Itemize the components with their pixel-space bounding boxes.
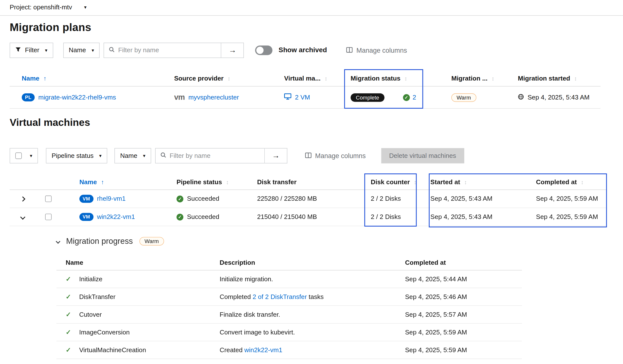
migration-progress-header[interactable]: Migration progress Warm bbox=[56, 237, 607, 246]
sort-icon[interactable]: ↕ bbox=[228, 75, 230, 82]
steps-col-completed-at: Completed at bbox=[396, 256, 522, 270]
migration-plans-section: Migration plans Filter ▾ Name ▾ → bbox=[0, 21, 623, 109]
project-selector[interactable]: Project: openshift-mtv ▾ bbox=[0, 0, 623, 16]
pipeline-status-dropdown[interactable]: Pipeline status ▾ bbox=[46, 148, 107, 163]
chevron-down-icon[interactable] bbox=[20, 214, 25, 220]
chevron-right-icon[interactable] bbox=[20, 196, 25, 202]
row-checkbox[interactable] bbox=[45, 196, 52, 202]
plans-manage-columns-button[interactable]: Manage columns bbox=[346, 46, 407, 54]
vms-name-filter-label: Name bbox=[120, 152, 137, 159]
check-icon: ✓ bbox=[66, 275, 71, 283]
plan-vm-count-link[interactable]: 2 VM bbox=[295, 94, 310, 101]
vm-pipeline-status-cell: ✓ Succeeded bbox=[170, 190, 251, 207]
delete-virtual-machines-button[interactable]: Delete virtual machines bbox=[381, 148, 464, 163]
step-description: Convert image to kubevirt. bbox=[210, 324, 396, 341]
vm-name-link[interactable]: win2k22-vm1 bbox=[97, 213, 135, 221]
plan-source-provider-cell: vm myvspherecluster bbox=[162, 86, 272, 108]
globe-icon bbox=[518, 94, 524, 101]
name-filter-dropdown[interactable]: Name ▾ bbox=[63, 43, 100, 58]
vms-col-completed-at[interactable]: Completed at↕ bbox=[530, 175, 607, 190]
vm-name-link[interactable]: rhel9-vm1 bbox=[97, 195, 126, 202]
chevron-down-icon: ▾ bbox=[84, 5, 87, 10]
step-description-link[interactable]: 2 of 2 DiskTransfer bbox=[253, 293, 307, 300]
plans-col-migration-type[interactable]: Migration ...↕ bbox=[439, 71, 506, 86]
chevron-down-icon: ▾ bbox=[99, 153, 102, 158]
vm-completed-at-cell: Sep 4, 2025, 5:59 AM bbox=[530, 190, 607, 207]
filter-dropdown-label: Filter bbox=[25, 47, 39, 54]
vms-search-box bbox=[155, 148, 265, 163]
sort-asc-icon[interactable]: ↑ bbox=[101, 179, 104, 185]
sort-icon[interactable]: ↕ bbox=[574, 75, 577, 82]
sort-icon[interactable]: ↕ bbox=[404, 75, 407, 82]
sort-icon[interactable]: ↕ bbox=[491, 75, 494, 82]
vms-search-group: → bbox=[155, 148, 287, 163]
steps-header-row: Name Description Completed at bbox=[56, 256, 522, 270]
vms-col-name[interactable]: Name↑ bbox=[61, 175, 170, 190]
sort-icon[interactable]: ↕ bbox=[581, 179, 583, 185]
sort-asc-icon[interactable]: ↑ bbox=[44, 75, 46, 82]
step-row-cutover: ✓Cutover Finalize disk transfer. Sep 4, … bbox=[56, 306, 522, 324]
search-icon bbox=[160, 152, 166, 159]
check-icon: ✓ bbox=[66, 293, 71, 301]
vms-col-disk-counter[interactable]: Disk counter↕ bbox=[364, 175, 424, 190]
status-count-link[interactable]: 2 bbox=[413, 94, 416, 101]
vms-manage-columns-button[interactable]: Manage columns bbox=[305, 152, 366, 160]
step-completed-at: Sep 4, 2025, 5:57 AM bbox=[396, 306, 522, 323]
select-cell[interactable] bbox=[36, 191, 61, 207]
screen-viewport: Project: openshift-mtv ▾ Migration plans… bbox=[0, 0, 623, 364]
select-cell[interactable] bbox=[36, 209, 61, 225]
plans-col-virtual-machines[interactable]: Virtual ma...↕ bbox=[272, 71, 339, 86]
migration-progress-panel: Migration progress Warm Name Description… bbox=[10, 226, 607, 364]
chevron-down-icon[interactable] bbox=[56, 239, 60, 243]
expand-cell[interactable] bbox=[10, 210, 36, 224]
migration-plans-table: Name↑ Source provider↕ Virtual ma...↕ Mi… bbox=[10, 71, 600, 109]
plans-col-name[interactable]: Name↑ bbox=[10, 71, 162, 86]
check-circle-icon: ✓ bbox=[403, 94, 410, 101]
plan-name-link[interactable]: migrate-win2k22-rhel9-vms bbox=[38, 94, 116, 101]
vms-col-pipeline-status[interactable]: Pipeline status↕ bbox=[170, 175, 251, 190]
vm-pipeline-status-cell: ✓ Succeeded bbox=[170, 208, 251, 225]
sort-icon[interactable]: ↕ bbox=[464, 179, 467, 185]
plans-table-header-row: Name↑ Source provider↕ Virtual ma...↕ Mi… bbox=[10, 71, 600, 87]
plans-col-migration-status[interactable]: Migration status↕ bbox=[339, 71, 440, 86]
step-description-link[interactable]: win2k22-vm1 bbox=[245, 346, 282, 353]
vm-kind-badge: VM bbox=[79, 213, 93, 221]
toggle-knob bbox=[257, 47, 264, 54]
show-archived-toggle[interactable] bbox=[255, 45, 272, 55]
plans-search-box bbox=[104, 43, 221, 58]
plans-search-input[interactable] bbox=[118, 47, 216, 54]
steps-col-description: Description bbox=[210, 256, 396, 270]
plans-col-migration-started[interactable]: Migration started↕ bbox=[506, 71, 601, 86]
sort-icon[interactable]: ↕ bbox=[414, 179, 417, 185]
plan-migration-status-cell: Complete ✓ 2 bbox=[339, 87, 440, 108]
monitor-icon bbox=[284, 93, 291, 101]
row-checkbox[interactable] bbox=[45, 214, 52, 220]
bulk-select-checkbox[interactable] bbox=[15, 152, 22, 159]
vm-disk-counter-cell: 2 / 2 Disks bbox=[364, 190, 424, 207]
virtual-machines-table: Name↑ Pipeline status↕ Disk transfer Dis… bbox=[10, 175, 607, 364]
warm-badge: Warm bbox=[139, 237, 164, 245]
plan-vm-count-cell: 2 VM bbox=[272, 87, 339, 108]
vms-search-submit-button[interactable]: → bbox=[265, 148, 287, 163]
chevron-down-icon: ▾ bbox=[91, 48, 94, 53]
sort-icon[interactable]: ↕ bbox=[226, 179, 229, 185]
filter-dropdown[interactable]: Filter ▾ bbox=[10, 43, 53, 58]
vms-name-filter-dropdown[interactable]: Name ▾ bbox=[114, 148, 151, 163]
vms-search-input[interactable] bbox=[170, 152, 260, 159]
virtual-machines-section: Virtual machines ▾ Pipeline status ▾ Nam… bbox=[0, 117, 623, 364]
plan-name-cell: PL migrate-win2k22-rhel9-vms bbox=[10, 87, 162, 108]
sort-icon[interactable]: ↕ bbox=[325, 75, 327, 82]
plans-col-source-provider[interactable]: Source provider↕ bbox=[162, 71, 272, 86]
vms-col-disk-transfer[interactable]: Disk transfer bbox=[251, 175, 364, 190]
check-icon: ✓ bbox=[66, 346, 71, 354]
bulk-select-dropdown[interactable]: ▾ bbox=[10, 148, 38, 163]
vm-disk-transfer-cell: 215040 / 215040 MB bbox=[251, 208, 364, 225]
vm-name-cell: VM win2k22-vm1 bbox=[61, 208, 170, 226]
vm-disk-counter-cell: 2 / 2 Disks bbox=[364, 208, 424, 225]
step-description: Created win2k22-vm1 bbox=[210, 341, 396, 358]
plans-search-submit-button[interactable]: → bbox=[222, 43, 244, 58]
provider-link[interactable]: myvspherecluster bbox=[188, 94, 239, 101]
vms-col-started-at[interactable]: Started at↕ bbox=[424, 175, 530, 190]
vm-disk-transfer-cell: 225280 / 225280 MB bbox=[251, 190, 364, 207]
expand-cell[interactable] bbox=[10, 192, 36, 205]
